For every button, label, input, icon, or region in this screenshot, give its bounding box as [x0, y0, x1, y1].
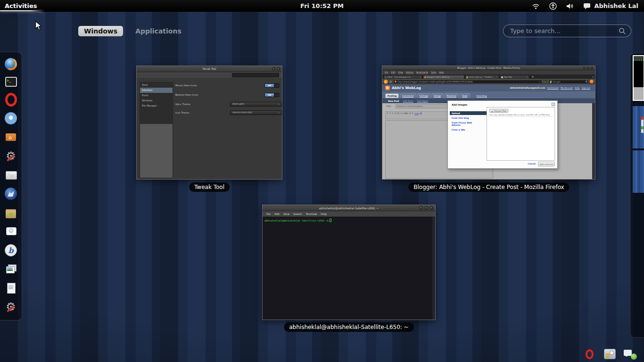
account-link[interactable]: Dashboard	[547, 87, 559, 89]
window-firefox[interactable]: Blogger: Abhi's WebLog - Create Post - M…	[382, 66, 595, 180]
firefox-titlebar[interactable]: Blogger: Abhi's WebLog - Create Post - M…	[382, 66, 595, 70]
format-tool[interactable]: F	[392, 112, 394, 115]
menu-item[interactable]: File	[266, 213, 271, 215]
search-magnifier-icon[interactable]	[586, 81, 587, 82]
tweak-search-entry[interactable]	[232, 73, 279, 77]
tweak-sidebar-item[interactable]: Windows	[140, 98, 173, 103]
tweak-sidebar-item[interactable]: Fonts	[140, 93, 173, 98]
account-link[interactable]: My Account	[561, 87, 573, 89]
menu-item[interactable]: Help	[439, 71, 444, 74]
dock-icon-writer[interactable]	[5, 282, 17, 294]
menu-item[interactable]: Search	[293, 213, 302, 215]
page-scrollbar[interactable]	[592, 103, 595, 179]
workspace-thumbnail-1[interactable]	[633, 55, 644, 101]
tab-close-icon[interactable]: ×	[496, 76, 498, 78]
account-link[interactable]: Help	[575, 87, 579, 89]
browser-tab[interactable]: Blogger: Abhi's WebLog -...×	[423, 75, 464, 79]
dock-icon-chromium[interactable]	[5, 112, 17, 124]
format-tool[interactable]: B	[398, 112, 399, 115]
minimize-button[interactable]	[419, 206, 423, 210]
format-tool[interactable]: A	[409, 112, 411, 115]
menu-item[interactable]: History	[406, 71, 413, 74]
account-link[interactable]: Sign out	[581, 87, 590, 89]
menu-item[interactable]: Tools	[431, 71, 436, 74]
menu-item[interactable]: View	[398, 71, 403, 74]
menu-item[interactable]: Help	[321, 213, 327, 215]
close-button[interactable]	[277, 67, 280, 71]
blogger-tab[interactable]: Settings	[417, 93, 430, 98]
dock-icon-amarok[interactable]	[5, 188, 17, 200]
dock-icon-package[interactable]	[5, 206, 17, 219]
add-selected-button[interactable]: Add selected	[538, 162, 555, 166]
minimize-button[interactable]	[583, 67, 586, 69]
terminal-body[interactable]: abhisheklal@abhisheklal-Satellite-L650:~…	[263, 217, 435, 320]
menu-item[interactable]: File	[385, 71, 388, 74]
workspace-thumbnail-2[interactable]	[633, 106, 644, 148]
subnav-link[interactable]: Edit Posts	[403, 100, 413, 102]
tray-chat-status-icon[interactable]	[624, 349, 637, 360]
view-tab[interactable]: Applications	[135, 27, 182, 35]
tab-list-dropdown-icon[interactable]: ▾	[592, 75, 594, 78]
tab-close-icon[interactable]: ×	[420, 76, 421, 78]
close-button[interactable]	[591, 67, 593, 69]
tab-close-icon[interactable]: ×	[462, 76, 463, 78]
dialog-sidebar-item[interactable]: Upload	[450, 111, 487, 115]
format-tool[interactable]: ▤	[420, 112, 422, 115]
home-button[interactable]	[590, 80, 594, 83]
dock-icon-banshee[interactable]	[5, 244, 17, 256]
format-tool[interactable]: U	[402, 112, 403, 115]
dock-icon-tweaks[interactable]	[5, 150, 17, 162]
tweak-sidebar-item[interactable]: Interface	[140, 88, 173, 93]
user-menu[interactable]: Abhishek Lal	[583, 2, 638, 9]
tab-close-icon[interactable]: ×	[527, 76, 528, 78]
blogger-tab[interactable]: Monetize	[445, 93, 459, 98]
tweak-titlebar[interactable]: Tweak Tool	[137, 66, 282, 72]
dialog-close-icon[interactable]: ×	[552, 103, 555, 106]
wifi-icon[interactable]	[532, 3, 540, 9]
format-tool[interactable]: тT	[394, 112, 396, 115]
dialog-sidebar-item[interactable]: From Picasa Web Albums	[450, 121, 474, 127]
menu-item[interactable]: Bookmarks	[416, 71, 428, 74]
dock-icon-firefox[interactable]	[5, 58, 17, 70]
window-terminal[interactable]: abhisheklal@abhisheklal-Satellite-L650: …	[262, 205, 436, 320]
terminal-titlebar[interactable]: abhisheklal@abhisheklal-Satellite-L650: …	[263, 205, 435, 211]
menu-item[interactable]: Edit	[274, 213, 280, 215]
menu-item[interactable]: View	[283, 213, 289, 215]
search-bar[interactable]: Google	[548, 80, 589, 84]
maximize-button[interactable]	[424, 206, 428, 210]
back-button[interactable]: ←	[384, 80, 388, 84]
window-tweak-tool[interactable]: Tweak Tool ShellInterfaceFontsWindowsFil…	[136, 66, 282, 180]
subnav-link[interactable]: New Post	[388, 100, 399, 102]
tweak-sidebar-item[interactable]: Shell	[140, 82, 173, 88]
cancel-link[interactable]: Cancel	[528, 163, 536, 165]
dock-icon-opera[interactable]	[5, 93, 17, 106]
dock-icon-mail[interactable]	[5, 169, 17, 181]
blogger-tab[interactable]: Comments	[400, 93, 416, 98]
terminal-scrollbar[interactable]	[432, 217, 435, 320]
format-tool[interactable]: Link	[414, 112, 419, 115]
toggle-menus-have-icons[interactable]: ON	[264, 83, 280, 88]
dock-icon-shotwell[interactable]	[5, 263, 17, 275]
tray-opera-icon[interactable]	[585, 349, 594, 359]
tweak-sidebar-item[interactable]: File Manager	[140, 103, 173, 108]
dock-icon-files[interactable]	[5, 131, 17, 143]
dock-icon-empathy[interactable]	[5, 225, 17, 238]
dialog-sidebar-item[interactable]: From a URL	[450, 128, 487, 132]
format-tool[interactable]: ↷	[389, 112, 391, 115]
view-blog-link[interactable]: View Blog	[477, 95, 487, 97]
browser-tab[interactable]: FSCK - Free Software Ca...×	[383, 75, 422, 79]
volume-icon[interactable]	[566, 3, 574, 9]
toggle-buttons-have-icons[interactable]: ON	[264, 93, 280, 97]
minimize-button[interactable]	[272, 67, 275, 71]
blogger-logo-icon[interactable]: B	[385, 86, 390, 90]
activities-button[interactable]: Activities	[5, 2, 37, 9]
dock-icon-terminal[interactable]	[5, 77, 17, 87]
icon-theme-select[interactable]: ubuntu-mono-dark	[230, 110, 282, 115]
url-bar[interactable]: http://www.blogger.com/post-create.g?blo…	[393, 80, 542, 84]
menu-item[interactable]: Terminal	[306, 213, 317, 215]
browser-tab[interactable]: Atolm-gtk3 by ~TheDevi...×	[465, 75, 499, 79]
view-tab[interactable]: Windows	[78, 26, 123, 36]
dialog-sidebar-item[interactable]: From this blog	[450, 116, 487, 120]
format-tool[interactable]: I	[400, 112, 401, 115]
browser-tab[interactable]: New Tab×	[500, 75, 529, 79]
